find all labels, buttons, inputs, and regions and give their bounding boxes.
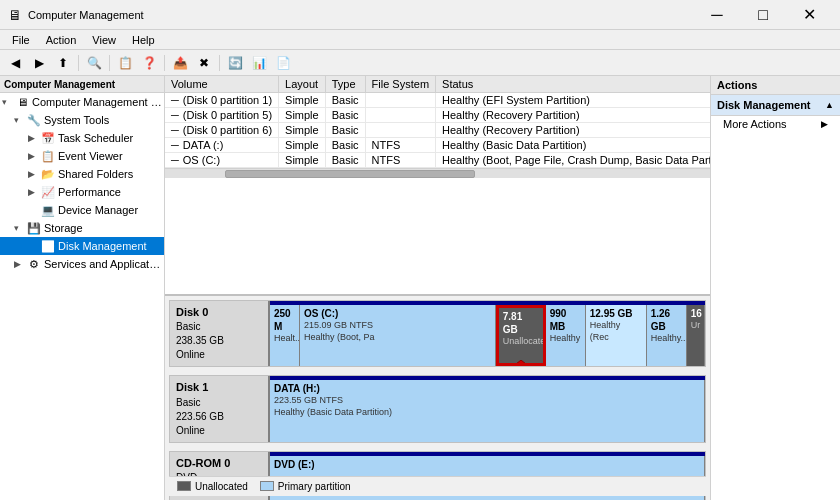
task-scheduler-icon: 📅 — [40, 130, 56, 146]
window-controls: ─ □ ✕ — [694, 0, 832, 30]
cell-layout: Simple — [279, 93, 326, 108]
disk-1-partition-data[interactable]: DATA (H:) 223.55 GB NTFS Healthy (Basic … — [270, 380, 705, 441]
device-manager-icon: 💻 — [40, 202, 56, 218]
cell-type: Basic — [325, 108, 365, 123]
partition-efi-size: 250 M — [274, 307, 295, 333]
disk-1-status: Online — [176, 424, 262, 438]
app-title: Computer Management — [28, 9, 144, 21]
expand-icon-performance: ▶ — [28, 187, 40, 197]
tree-label-system-tools: System Tools — [44, 114, 109, 126]
tree-item-task-scheduler[interactable]: ▶ 📅 Task Scheduler — [0, 129, 164, 147]
svg-marker-0 — [496, 360, 546, 367]
cell-status: Healthy (Basic Data Partition) — [436, 138, 710, 153]
disk-0-partition-small-unalloc[interactable]: 16 Ur — [687, 305, 705, 366]
table-row[interactable]: ─(Disk 0 partition 5) Simple Basic Healt… — [165, 108, 710, 123]
tree-label-root: Computer Management (Local) — [32, 96, 162, 108]
computer-icon: 🖥 — [14, 94, 30, 110]
table-row[interactable]: ─(Disk 0 partition 6) Simple Basic Healt… — [165, 123, 710, 138]
actions-header: Actions — [711, 76, 840, 95]
cell-status: Healthy (EFI System Partition) — [436, 93, 710, 108]
delete-button[interactable]: ✖ — [193, 53, 215, 73]
disk-0-partition-efi[interactable]: 250 M Healt... — [270, 305, 300, 366]
back-button[interactable]: ◀ — [4, 53, 26, 73]
table-row[interactable]: ─OS (C:) Simple Basic NTFS Healthy (Boot… — [165, 153, 710, 168]
shared-folders-icon: 📂 — [40, 166, 56, 182]
main-content: Computer Management ▾ 🖥 Computer Managem… — [0, 76, 840, 500]
tree-header: Computer Management — [0, 76, 164, 93]
partition-data-status: Healthy (Basic Data Partition) — [274, 407, 700, 419]
tree-label-disk-management: Disk Management — [58, 240, 147, 252]
actions-more-actions[interactable]: More Actions ▶ — [711, 116, 840, 132]
cell-layout: Simple — [279, 138, 326, 153]
tree-item-performance[interactable]: ▶ 📈 Performance — [0, 183, 164, 201]
tree-item-system-tools[interactable]: ▾ 🔧 System Tools — [0, 111, 164, 129]
legend-primary: Primary partition — [260, 481, 351, 492]
scrollbar-thumb[interactable] — [225, 170, 475, 178]
export-button[interactable]: 📤 — [169, 53, 191, 73]
view-button[interactable]: 📊 — [248, 53, 270, 73]
menu-file[interactable]: File — [4, 32, 38, 48]
tree-item-event-viewer[interactable]: ▶ 📋 Event Viewer — [0, 147, 164, 165]
minimize-button[interactable]: ─ — [694, 0, 740, 30]
cell-layout: Simple — [279, 123, 326, 138]
menu-view[interactable]: View — [84, 32, 124, 48]
help-button[interactable]: ❓ — [138, 53, 160, 73]
expand-icon-shared-folders: ▶ — [28, 169, 40, 179]
disk-1-row: Disk 1 Basic 223.56 GB Online DATA (H:) … — [169, 375, 706, 442]
tree-item-disk-management[interactable]: 💽 Disk Management — [0, 237, 164, 255]
disk-1-info: Disk 1 Basic 223.56 GB Online — [170, 376, 270, 441]
tree-label-event-viewer: Event Viewer — [58, 150, 123, 162]
legend-primary-box — [260, 482, 274, 492]
disk-0-partition-990[interactable]: 990 MB Healthy — [546, 305, 586, 366]
cell-layout: Simple — [279, 108, 326, 123]
table-row[interactable]: ─DATA (:) Simple Basic NTFS Healthy (Bas… — [165, 138, 710, 153]
menu-help[interactable]: Help — [124, 32, 163, 48]
cell-type: Basic — [325, 153, 365, 168]
cell-volume: ─(Disk 0 partition 1) — [165, 93, 279, 108]
horizontal-scrollbar[interactable] — [165, 168, 710, 178]
partition-rec-status: Healthy (Rec — [590, 320, 642, 343]
col-header-layout: Layout — [279, 76, 326, 93]
disk-0-row: Disk 0 Basic 238.35 GB Online 250 M Heal… — [169, 300, 706, 367]
disk-1-partitions: DATA (H:) 223.55 GB NTFS Healthy (Basic … — [270, 376, 705, 441]
services-icon: ⚙ — [26, 256, 42, 272]
tree-item-shared-folders[interactable]: ▶ 📂 Shared Folders — [0, 165, 164, 183]
show-hide-button[interactable]: 🔍 — [83, 53, 105, 73]
menu-action[interactable]: Action — [38, 32, 85, 48]
cdrom-0-name: CD-ROM 0 — [176, 456, 262, 471]
performance-icon: 📈 — [40, 184, 56, 200]
tree-item-root[interactable]: ▾ 🖥 Computer Management (Local) — [0, 93, 164, 111]
disk-0-partition-recovery[interactable]: 12.95 GB Healthy (Rec — [586, 305, 647, 366]
actions-section-title: Disk Management — [717, 99, 811, 111]
partition-os-status: Healthy (Boot, Pa — [304, 332, 491, 344]
expand-icon-event-viewer: ▶ — [28, 151, 40, 161]
refresh-button[interactable]: 🔄 — [224, 53, 246, 73]
tree-label-device-manager: Device Manager — [58, 204, 138, 216]
tree-root-label: Computer Management — [4, 79, 115, 90]
list-button[interactable]: 📄 — [272, 53, 294, 73]
disk-0-partition-unallocated[interactable]: 7.81 GB Unallocated — [496, 305, 546, 366]
forward-button[interactable]: ▶ — [28, 53, 50, 73]
cell-volume: ─DATA (:) — [165, 138, 279, 153]
tree-label-services: Services and Applications — [44, 258, 162, 270]
partition-126-status: Healthy... — [651, 333, 682, 345]
disk-0-partition-os[interactable]: OS (C:) 215.09 GB NTFS Healthy (Boot, Pa — [300, 305, 496, 366]
tree-item-services[interactable]: ▶ ⚙ Services and Applications — [0, 255, 164, 273]
storage-icon: 💾 — [26, 220, 42, 236]
partition-small-label: Ur — [691, 320, 700, 332]
properties-button[interactable]: 📋 — [114, 53, 136, 73]
table-row[interactable]: ─(Disk 0 partition 1) Simple Basic Healt… — [165, 93, 710, 108]
up-button[interactable]: ⬆ — [52, 53, 74, 73]
cell-fs — [365, 93, 435, 108]
close-button[interactable]: ✕ — [786, 0, 832, 30]
partition-990-size: 990 MB — [550, 307, 581, 333]
tree-item-storage[interactable]: ▾ 💾 Storage — [0, 219, 164, 237]
tree-item-device-manager[interactable]: 💻 Device Manager — [0, 201, 164, 219]
disk-table-area: Volume Layout Type File System Status ─(… — [165, 76, 710, 296]
expand-icon-root: ▾ — [2, 97, 14, 107]
disk-0-partition-126[interactable]: 1.26 GB Healthy... — [647, 305, 687, 366]
legend-unallocated-label: Unallocated — [195, 481, 248, 492]
disk-0-size: 238.35 GB — [176, 334, 262, 348]
partition-small-size: 16 — [691, 307, 700, 320]
maximize-button[interactable]: □ — [740, 0, 786, 30]
